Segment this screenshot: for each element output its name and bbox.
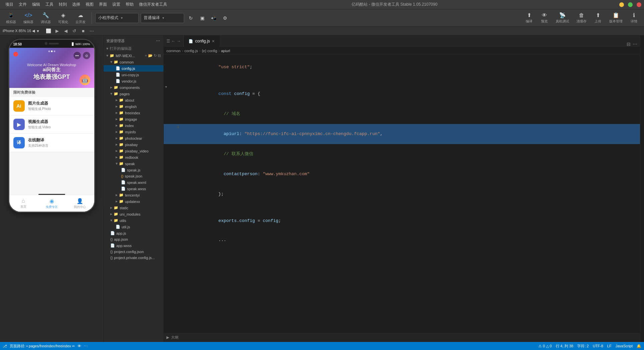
split-editor-icon[interactable]: ⊟ (627, 41, 631, 47)
refresh-tree-icon[interactable]: ↻ (154, 53, 157, 58)
tree-photoclear-folder[interactable]: ▶ 📁 photoclear (104, 135, 163, 141)
clean-btn[interactable]: 🗑 清缓存 (574, 11, 589, 25)
version-btn[interactable]: 📋 版本管理 (607, 11, 625, 25)
menu-project[interactable]: 项目 (3, 0, 16, 9)
tree-utils-folder[interactable]: ▶ 📁 utils (104, 217, 163, 224)
tree-util-js[interactable]: 📄 util.js (104, 224, 163, 230)
breadcrumb-apiurl[interactable]: apiurl (221, 49, 230, 53)
tree-app-json[interactable]: {} app.json (104, 236, 163, 242)
tree-index-folder[interactable]: ▶ 📁 index (104, 122, 163, 129)
menu-help[interactable]: 帮助 (123, 0, 136, 9)
status-eol-item[interactable]: LF (607, 344, 612, 348)
tab-config-js[interactable]: 📄 config.js × (184, 35, 220, 47)
detail-btn[interactable]: ℹ 详情 (627, 11, 641, 25)
tree-speak-folder[interactable]: ▶ 📁 speak (104, 160, 163, 167)
stop-btn[interactable]: ■ (80, 28, 87, 34)
phone-nav-home[interactable]: ⌂ 首页 (9, 198, 38, 209)
collapse-tree-icon[interactable]: ⊟ (158, 53, 161, 58)
tree-uni-copy-js[interactable]: 📄 uni-copy.js (104, 72, 163, 78)
status-lang-item[interactable]: JavaScript (616, 344, 633, 348)
add-folder-icon[interactable]: 📂 (148, 53, 153, 58)
tree-config-js[interactable]: 📄 config.js (104, 65, 163, 72)
tree-freeindex-folder[interactable]: ▶ 📁 freeindex (104, 110, 163, 116)
menu-tools[interactable]: 工具 (43, 0, 56, 9)
phone-menu-item-2[interactable]: 译 在线翻译 支持25种语言 (9, 134, 94, 152)
status-branch-btn[interactable]: ⎇ (3, 344, 7, 348)
qrcode-btn[interactable]: ▣ (198, 13, 207, 23)
breadcrumb-file[interactable]: config.js (184, 49, 198, 53)
play-btn[interactable]: ▶ (54, 28, 60, 34)
tree-uni-modules-folder[interactable]: ▶ 📁 uni_modules (104, 211, 163, 217)
back-icon[interactable]: ← (171, 39, 175, 43)
menu-edit[interactable]: 编辑 (29, 0, 43, 9)
phone-nav-profile[interactable]: 👤 我的中心 (66, 198, 94, 209)
status-more-btn[interactable]: ⋯ (84, 344, 88, 348)
tree-speak-js[interactable]: 📄 speak.js (104, 167, 163, 173)
tree-common-folder[interactable]: ▶ 📁 common (104, 59, 163, 65)
code-editor[interactable]: "use strict"; ▼ const config = { (164, 54, 640, 333)
tree-pixabay-folder[interactable]: ▶ 📁 pixabay (104, 141, 163, 148)
menu-goto[interactable]: 转到 (56, 0, 70, 9)
status-path-item[interactable]: 页面路径: • pages/freeindex/freeindex ✏ (10, 344, 75, 349)
editor-btn[interactable]: </> 编辑器 (21, 10, 36, 26)
tree-static-folder[interactable]: ▶ 📁 static (104, 205, 163, 211)
translate-btn[interactable]: ⬆ 编译 (522, 11, 536, 25)
tree-speak-json[interactable]: {} speak.json (104, 173, 163, 179)
cloud-btn[interactable]: ☁ 云开发 (73, 10, 88, 26)
maximize-button[interactable]: □ (628, 2, 633, 7)
tree-speak-wxss[interactable]: 📄 speak.wxss (104, 186, 163, 192)
debug-btn[interactable]: 🔧 调试器 (38, 10, 53, 26)
tree-pixabay-video-folder[interactable]: ▶ 📁 pixabay_video (104, 148, 163, 154)
status-encoding-item[interactable]: UTF-8 (593, 344, 603, 348)
tree-components-folder[interactable]: ▶ 📁 components (104, 84, 163, 91)
upload-btn[interactable]: ⬆ 上传 (591, 11, 605, 25)
phone-btn[interactable]: 📲 (209, 13, 218, 23)
menu-wechat[interactable]: 微信开发者工具 (136, 0, 170, 9)
status-position-item[interactable]: 行 4, 列 38 (556, 344, 573, 349)
breadcrumb-common[interactable]: common (166, 49, 180, 53)
status-notification-icon[interactable]: 🔔 (637, 344, 641, 348)
simulator-btn[interactable]: 📱 模拟器 (3, 10, 19, 26)
tree-pages-folder[interactable]: ▶ 📁 pages (104, 91, 163, 97)
menu-file[interactable]: 文件 (16, 0, 29, 9)
minimize-button[interactable]: — (619, 2, 624, 7)
visual-btn[interactable]: ◈ 可视化 (55, 10, 71, 26)
tree-project-private[interactable]: {} project.private.config.js... (104, 255, 163, 261)
tree-redbook-folder[interactable]: ▶ 📁 redbook (104, 154, 163, 160)
add-file-icon[interactable]: + (145, 53, 147, 58)
tree-updatexx-folder[interactable]: ▶ 📁 updatexx (104, 198, 163, 205)
breadcrumb-config[interactable]: {e} config (202, 49, 217, 53)
sidebar-toggle-icon[interactable]: ☰ (166, 39, 170, 43)
tree-imgage-folder[interactable]: ▶ 📁 imgage (104, 116, 163, 122)
close-button[interactable]: ✕ (637, 2, 641, 7)
tree-speak-wxml[interactable]: 📄 speak.wxml (104, 179, 163, 186)
refresh-btn[interactable]: ↻ (186, 13, 196, 23)
compile-dropdown[interactable]: 普通编译 ▼ (141, 13, 184, 23)
tree-vendor-js[interactable]: 📄 vendor.js (104, 78, 163, 84)
phone-ai-btn[interactable]: ai问答主 (43, 67, 61, 73)
rotate-icon[interactable]: ⬜ (45, 28, 52, 34)
tree-myinfo-folder[interactable]: ▶ 📁 myinfo (104, 129, 163, 135)
status-chars-item[interactable]: 字符: 2 (577, 344, 589, 349)
tree-english-folder[interactable]: ▶ 📁 english (104, 103, 163, 110)
tree-about-folder[interactable]: ▶ 📁 about (104, 97, 163, 103)
tree-app-js[interactable]: 📄 app.js (104, 230, 163, 236)
forward-icon[interactable]: → (177, 39, 181, 43)
preview-btn[interactable]: 👁 预览 (538, 11, 551, 25)
new-file-btn[interactable]: ⋯ (155, 38, 161, 43)
status-errors-item[interactable]: ⚠ 0 △ 0 (538, 344, 551, 348)
phone-nav-free[interactable]: ◉ 免费专区 (37, 198, 66, 209)
more-editor-icon[interactable]: ⋯ (633, 41, 637, 47)
menu-interface[interactable]: 界面 (96, 0, 110, 9)
tree-tencentyi-folder[interactable]: ▶ 📁 tencentyi (104, 192, 163, 198)
phone-menu-item-0[interactable]: Ai 图片生成器 智能生成 Photo (9, 97, 94, 115)
device-selector[interactable]: iPhone X 85% 16 ◀ ▼ (3, 29, 40, 33)
phone-menu-item-1[interactable]: ▶ 视频生成器 智能生成 Video (9, 115, 94, 134)
menu-view[interactable]: 视图 (83, 0, 96, 9)
menu-select[interactable]: 选择 (70, 0, 83, 9)
settings2-btn[interactable]: ⚙ (220, 13, 230, 23)
tree-project-config[interactable]: {} project.config.json (104, 249, 163, 255)
tree-app-wxss[interactable]: 📄 app.wxss (104, 242, 163, 249)
more-btn[interactable]: ⋯ (89, 28, 95, 34)
mode-dropdown[interactable]: 小程序模式 ▼ (95, 13, 139, 23)
